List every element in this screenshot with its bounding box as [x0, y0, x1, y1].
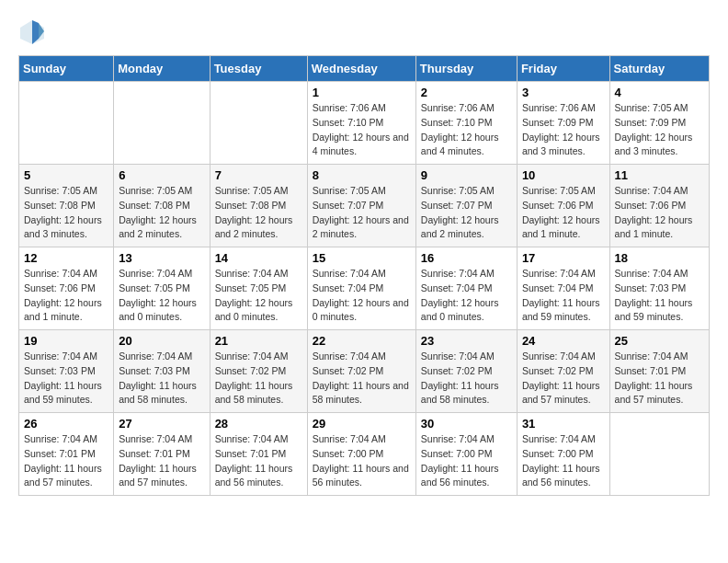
day-info: Sunrise: 7:05 AMSunset: 7:08 PMDaylight:… [119, 184, 204, 242]
day-number: 18 [615, 251, 704, 265]
day-cell: 21Sunrise: 7:04 AMSunset: 7:02 PMDayligh… [210, 330, 307, 413]
day-number: 26 [24, 417, 108, 431]
day-info: Sunrise: 7:05 AMSunset: 7:08 PMDaylight:… [24, 184, 108, 242]
day-number: 19 [24, 334, 108, 348]
day-number: 12 [24, 251, 108, 265]
day-number: 20 [119, 334, 204, 348]
day-cell: 26Sunrise: 7:04 AMSunset: 7:01 PMDayligh… [19, 413, 114, 496]
day-number: 24 [522, 334, 605, 348]
day-info: Sunrise: 7:06 AMSunset: 7:10 PMDaylight:… [313, 101, 411, 159]
day-info: Sunrise: 7:04 AMSunset: 7:00 PMDaylight:… [421, 432, 512, 490]
week-row-5: 26Sunrise: 7:04 AMSunset: 7:01 PMDayligh… [19, 413, 710, 496]
day-number: 13 [119, 251, 204, 265]
week-row-4: 19Sunrise: 7:04 AMSunset: 7:03 PMDayligh… [19, 330, 710, 413]
day-info: Sunrise: 7:04 AMSunset: 7:00 PMDaylight:… [522, 432, 605, 490]
day-info: Sunrise: 7:04 AMSunset: 7:06 PMDaylight:… [615, 184, 704, 242]
day-cell: 18Sunrise: 7:04 AMSunset: 7:03 PMDayligh… [609, 247, 709, 330]
day-info: Sunrise: 7:04 AMSunset: 7:04 PMDaylight:… [313, 267, 411, 325]
day-info: Sunrise: 7:04 AMSunset: 7:04 PMDaylight:… [522, 267, 605, 325]
week-row-2: 5Sunrise: 7:05 AMSunset: 7:08 PMDaylight… [19, 165, 710, 247]
day-info: Sunrise: 7:04 AMSunset: 7:03 PMDaylight:… [119, 350, 204, 408]
day-number: 28 [215, 417, 302, 431]
day-cell: 20Sunrise: 7:04 AMSunset: 7:03 PMDayligh… [114, 330, 210, 413]
day-cell: 12Sunrise: 7:04 AMSunset: 7:06 PMDayligh… [19, 247, 114, 330]
day-cell: 8Sunrise: 7:05 AMSunset: 7:07 PMDaylight… [307, 165, 415, 247]
day-number: 25 [615, 334, 704, 348]
column-header-saturday: Saturday [609, 56, 709, 82]
day-info: Sunrise: 7:05 AMSunset: 7:09 PMDaylight:… [615, 101, 704, 159]
day-cell: 15Sunrise: 7:04 AMSunset: 7:04 PMDayligh… [307, 247, 415, 330]
day-number: 17 [522, 251, 605, 265]
column-header-friday: Friday [517, 56, 609, 82]
calendar-table: SundayMondayTuesdayWednesdayThursdayFrid… [18, 55, 710, 496]
day-cell: 9Sunrise: 7:05 AMSunset: 7:07 PMDaylight… [415, 165, 517, 247]
column-header-monday: Monday [114, 56, 210, 82]
day-number: 16 [421, 251, 512, 265]
day-info: Sunrise: 7:04 AMSunset: 7:02 PMDaylight:… [313, 350, 411, 408]
day-info: Sunrise: 7:04 AMSunset: 7:01 PMDaylight:… [615, 350, 704, 408]
day-number: 15 [313, 251, 411, 265]
day-info: Sunrise: 7:05 AMSunset: 7:07 PMDaylight:… [421, 184, 512, 242]
day-number: 5 [24, 168, 108, 182]
week-row-3: 12Sunrise: 7:04 AMSunset: 7:06 PMDayligh… [19, 247, 710, 330]
day-info: Sunrise: 7:05 AMSunset: 7:06 PMDaylight:… [522, 184, 605, 242]
day-info: Sunrise: 7:04 AMSunset: 7:02 PMDaylight:… [421, 350, 512, 408]
day-info: Sunrise: 7:04 AMSunset: 7:01 PMDaylight:… [24, 432, 108, 490]
day-number: 8 [313, 168, 411, 182]
day-info: Sunrise: 7:04 AMSunset: 7:01 PMDaylight:… [119, 432, 204, 490]
day-number: 14 [215, 251, 302, 265]
day-number: 1 [313, 86, 411, 99]
day-number: 29 [313, 417, 411, 431]
day-cell: 16Sunrise: 7:04 AMSunset: 7:04 PMDayligh… [415, 247, 517, 330]
day-cell: 25Sunrise: 7:04 AMSunset: 7:01 PMDayligh… [609, 330, 709, 413]
column-header-sunday: Sunday [19, 56, 114, 82]
day-info: Sunrise: 7:04 AMSunset: 7:02 PMDaylight:… [215, 350, 302, 408]
day-cell [19, 82, 114, 165]
day-cell: 28Sunrise: 7:04 AMSunset: 7:01 PMDayligh… [210, 413, 307, 496]
page-header [18, 18, 710, 46]
day-cell: 19Sunrise: 7:04 AMSunset: 7:03 PMDayligh… [19, 330, 114, 413]
day-number: 9 [421, 168, 512, 182]
day-number: 23 [421, 334, 512, 348]
day-cell: 30Sunrise: 7:04 AMSunset: 7:00 PMDayligh… [415, 413, 517, 496]
day-cell: 3Sunrise: 7:06 AMSunset: 7:09 PMDaylight… [517, 82, 609, 165]
day-cell [114, 82, 210, 165]
column-header-tuesday: Tuesday [210, 56, 307, 82]
day-info: Sunrise: 7:04 AMSunset: 7:03 PMDaylight:… [24, 350, 108, 408]
day-info: Sunrise: 7:06 AMSunset: 7:10 PMDaylight:… [421, 101, 512, 159]
day-cell: 7Sunrise: 7:05 AMSunset: 7:08 PMDaylight… [210, 165, 307, 247]
day-number: 31 [522, 417, 605, 431]
day-cell: 23Sunrise: 7:04 AMSunset: 7:02 PMDayligh… [415, 330, 517, 413]
day-cell: 1Sunrise: 7:06 AMSunset: 7:10 PMDaylight… [307, 82, 415, 165]
day-cell: 6Sunrise: 7:05 AMSunset: 7:08 PMDaylight… [114, 165, 210, 247]
day-info: Sunrise: 7:04 AMSunset: 7:05 PMDaylight:… [119, 267, 204, 325]
day-number: 21 [215, 334, 302, 348]
day-cell: 31Sunrise: 7:04 AMSunset: 7:00 PMDayligh… [517, 413, 609, 496]
day-cell: 2Sunrise: 7:06 AMSunset: 7:10 PMDaylight… [415, 82, 517, 165]
day-number: 3 [522, 86, 605, 99]
day-number: 30 [421, 417, 512, 431]
day-cell: 22Sunrise: 7:04 AMSunset: 7:02 PMDayligh… [307, 330, 415, 413]
day-cell: 29Sunrise: 7:04 AMSunset: 7:00 PMDayligh… [307, 413, 415, 496]
day-cell: 27Sunrise: 7:04 AMSunset: 7:01 PMDayligh… [114, 413, 210, 496]
day-info: Sunrise: 7:04 AMSunset: 7:04 PMDaylight:… [421, 267, 512, 325]
day-cell [609, 413, 709, 496]
column-header-wednesday: Wednesday [307, 56, 415, 82]
header-row: SundayMondayTuesdayWednesdayThursdayFrid… [19, 56, 710, 82]
day-info: Sunrise: 7:04 AMSunset: 7:06 PMDaylight:… [24, 267, 108, 325]
day-cell: 13Sunrise: 7:04 AMSunset: 7:05 PMDayligh… [114, 247, 210, 330]
day-number: 6 [119, 168, 204, 182]
day-info: Sunrise: 7:04 AMSunset: 7:05 PMDaylight:… [215, 267, 302, 325]
logo [18, 18, 50, 46]
day-cell: 14Sunrise: 7:04 AMSunset: 7:05 PMDayligh… [210, 247, 307, 330]
day-cell: 17Sunrise: 7:04 AMSunset: 7:04 PMDayligh… [517, 247, 609, 330]
day-number: 4 [615, 86, 704, 99]
week-row-1: 1Sunrise: 7:06 AMSunset: 7:10 PMDaylight… [19, 82, 710, 165]
day-cell [210, 82, 307, 165]
day-number: 27 [119, 417, 204, 431]
day-info: Sunrise: 7:04 AMSunset: 7:02 PMDaylight:… [522, 350, 605, 408]
day-info: Sunrise: 7:06 AMSunset: 7:09 PMDaylight:… [522, 101, 605, 159]
day-info: Sunrise: 7:04 AMSunset: 7:00 PMDaylight:… [313, 432, 411, 490]
day-cell: 10Sunrise: 7:05 AMSunset: 7:06 PMDayligh… [517, 165, 609, 247]
day-cell: 11Sunrise: 7:04 AMSunset: 7:06 PMDayligh… [609, 165, 709, 247]
